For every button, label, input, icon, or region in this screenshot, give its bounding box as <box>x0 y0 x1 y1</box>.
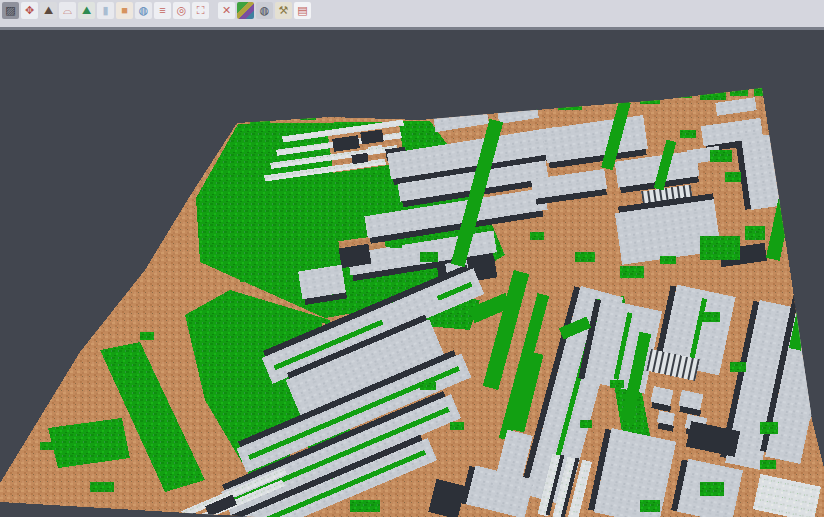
column-icon[interactable]: ▮ <box>97 2 114 19</box>
classification-map-icon[interactable] <box>237 2 254 19</box>
toolbar: ▨✥⛰⌓⛰▮■◍≡◎⛶✕◍⚒▤ <box>0 0 824 27</box>
delete-grid-icon[interactable]: ✕ <box>218 2 235 19</box>
viewport-3d[interactable] <box>0 30 824 517</box>
vegetation-blob <box>660 256 676 264</box>
vegetation-blob <box>580 420 592 428</box>
point-cloud-scene[interactable] <box>0 30 824 517</box>
building <box>656 410 677 431</box>
vegetation-blob <box>300 114 316 120</box>
vegetation-blob <box>420 382 436 390</box>
terrain-green-icon[interactable]: ⛰ <box>78 2 95 19</box>
vegetation-blob <box>725 172 741 182</box>
globe-blue-icon[interactable]: ◍ <box>135 2 152 19</box>
vegetation-blob <box>700 236 740 260</box>
vegetation-blob <box>678 92 692 98</box>
vegetation-blob <box>350 500 380 512</box>
vegetation-blob <box>450 422 464 430</box>
point-cloud[interactable] <box>0 86 824 517</box>
vegetation-blob <box>520 104 538 110</box>
vegetation-blob <box>730 362 746 372</box>
measure-icon[interactable]: ⚒ <box>275 2 292 19</box>
vegetation-blob <box>140 332 154 340</box>
building <box>677 390 704 416</box>
vegetation-blob <box>530 232 544 240</box>
vegetation-blob <box>575 252 595 262</box>
vegetation-blob <box>640 96 660 104</box>
building <box>649 386 674 412</box>
vegetation-blob <box>745 226 765 240</box>
list-red-icon[interactable]: ≡ <box>154 2 171 19</box>
vegetation-blob <box>730 88 748 96</box>
target-red-icon[interactable]: ◎ <box>173 2 190 19</box>
vegetation-blob <box>700 90 726 100</box>
cross-section-icon[interactable]: ⌓ <box>59 2 76 19</box>
vegetation-blob <box>700 312 720 322</box>
vegetation-blob <box>680 130 696 138</box>
globe-dark-icon[interactable]: ◍ <box>256 2 273 19</box>
vegetation-blob <box>420 252 438 262</box>
vegetation-blob <box>620 266 644 278</box>
vegetation-blob <box>760 460 776 469</box>
card-red-icon[interactable]: ▤ <box>294 2 311 19</box>
building <box>298 265 347 306</box>
vegetation-blob <box>390 242 402 248</box>
vegetation-blob <box>250 118 270 124</box>
vegetation-blob <box>640 500 660 512</box>
vegetation-blob <box>370 202 386 210</box>
vegetation-blob <box>240 272 260 282</box>
selection-red-icon[interactable]: ⛶ <box>192 2 209 19</box>
vegetation-blob <box>430 110 444 117</box>
vegetation-blob <box>710 150 732 162</box>
thumbnail-icon[interactable]: ▨ <box>2 2 19 19</box>
vegetation-blob <box>90 482 114 492</box>
vegetation-blob <box>760 422 778 434</box>
vegetation-blob <box>754 86 768 96</box>
vegetation-blob <box>558 102 582 110</box>
vegetation-blob <box>610 380 624 388</box>
app-window: { "toolbar": { "icons": [ {"name":"thumb… <box>0 0 824 517</box>
area-icon[interactable]: ■ <box>116 2 133 19</box>
move-points-icon[interactable]: ✥ <box>21 2 38 19</box>
vegetation-blob <box>700 482 724 496</box>
terrain-dark-icon[interactable]: ⛰ <box>40 2 57 19</box>
vegetation-blob <box>40 442 56 450</box>
vegetation-blob <box>600 98 616 104</box>
